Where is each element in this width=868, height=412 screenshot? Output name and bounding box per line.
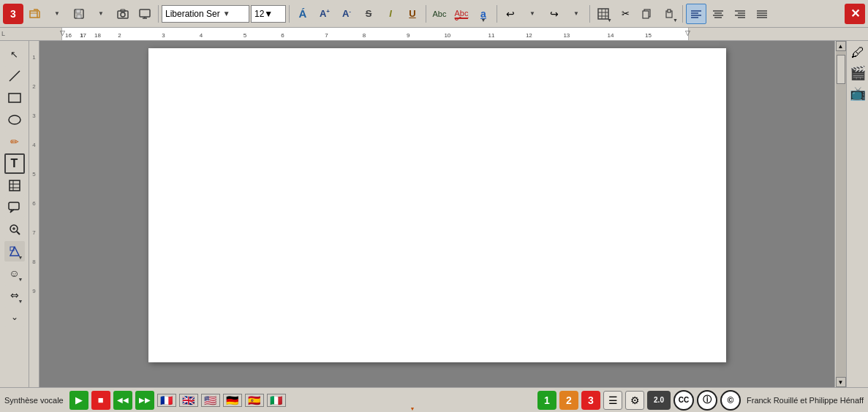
- table-insert-tool[interactable]: [4, 175, 25, 196]
- magnify-tool[interactable]: [4, 219, 25, 240]
- strikethrough-btn[interactable]: S: [358, 4, 379, 24]
- align-center-btn[interactable]: [708, 4, 728, 24]
- scroll-thumb[interactable]: [837, 55, 845, 84]
- panel-properties-btn[interactable]: 🖊: [849, 44, 867, 61]
- scroll-track[interactable]: [836, 51, 846, 377]
- align-left-btn[interactable]: [686, 4, 706, 24]
- font-size-dropdown-arrow: ▼: [264, 9, 273, 19]
- underline-btn[interactable]: U ▼: [402, 4, 423, 24]
- svg-rect-36: [9, 94, 20, 102]
- special-chars-btn[interactable]: Á: [293, 4, 313, 24]
- vertical-ruler: 1 2 3 4 5 6 7 8 9: [29, 41, 39, 387]
- font-size-inc-btn[interactable]: A+: [314, 4, 335, 24]
- redo-dropdown[interactable]: ▼: [566, 4, 586, 24]
- vertical-scrollbar[interactable]: ▲ ▼: [834, 41, 846, 387]
- svg-point-37: [9, 115, 20, 124]
- callout-tool[interactable]: [4, 197, 25, 218]
- svg-rect-16: [643, 11, 649, 18]
- panel-slides-btn[interactable]: 📺: [849, 85, 867, 102]
- svg-line-35: [10, 71, 20, 81]
- play-btn[interactable]: ▶: [69, 391, 88, 410]
- pencil-tool[interactable]: ✏: [4, 131, 25, 152]
- flag-es[interactable]: 🇪🇸: [245, 394, 264, 407]
- ruler-main: ▽ ▽ 1 2 3 4 5 6 7 8 9 10 11 12 13 14 15 …: [39, 28, 831, 40]
- svg-point-5: [121, 12, 125, 17]
- panel-animation-btn[interactable]: 🎬: [849, 64, 867, 82]
- camera-btn[interactable]: [113, 4, 133, 24]
- font-size-select[interactable]: 12 ▼: [251, 5, 286, 23]
- undo-btn[interactable]: ↩: [500, 4, 521, 24]
- sep6: [682, 5, 683, 23]
- copy-badge[interactable]: ©: [720, 390, 741, 411]
- shapes-tool[interactable]: ▼: [4, 241, 25, 262]
- flag-de[interactable]: 🇩🇪: [223, 394, 242, 407]
- align-justify-btn[interactable]: [752, 4, 772, 24]
- flag-fr[interactable]: 🇫🇷: [157, 394, 176, 407]
- svg-rect-18: [668, 9, 671, 12]
- flag-gb[interactable]: 🇬🇧: [179, 394, 198, 407]
- paste-btn[interactable]: ▼: [659, 4, 679, 24]
- sep2: [289, 5, 290, 23]
- rect-tool[interactable]: [4, 88, 25, 108]
- font-name-dropdown-arrow: ▼: [223, 9, 230, 18]
- arrows-tool[interactable]: ⇔ ▼: [4, 285, 25, 305]
- flag-us[interactable]: 🇺🇸: [201, 394, 220, 407]
- emoji-tool[interactable]: ☺ ▼: [4, 263, 25, 283]
- monitor-btn[interactable]: [135, 4, 155, 24]
- svg-rect-3: [77, 15, 81, 18]
- font-size-dec-btn[interactable]: A-: [336, 4, 357, 24]
- line-tool[interactable]: [4, 66, 25, 86]
- badge-1[interactable]: 1: [537, 391, 556, 410]
- svg-rect-7: [140, 9, 150, 17]
- undo-dropdown[interactable]: ▼: [522, 4, 543, 24]
- redo-btn[interactable]: ↪: [544, 4, 565, 24]
- save-btn[interactable]: [69, 4, 89, 24]
- align-right-btn[interactable]: [730, 4, 750, 24]
- ruler-left-pad: L: [0, 28, 39, 40]
- svg-rect-2: [76, 9, 80, 13]
- fwd-btn[interactable]: ▶▶: [135, 391, 154, 410]
- italic-btn[interactable]: I: [380, 4, 401, 24]
- open-dropdown[interactable]: ▼: [47, 4, 67, 24]
- synth-label: Synthèse vocale: [4, 396, 64, 405]
- svg-rect-0: [30, 11, 37, 18]
- sep4: [497, 5, 497, 23]
- badge-3[interactable]: 3: [581, 391, 600, 410]
- save-dropdown[interactable]: ▼: [91, 4, 111, 24]
- cc-badge[interactable]: CC: [673, 390, 694, 411]
- sep5: [589, 5, 590, 23]
- close-btn[interactable]: ✕: [845, 4, 865, 24]
- cut-btn[interactable]: ✂: [615, 4, 635, 24]
- spellcheck-btn[interactable]: Abc: [429, 4, 450, 24]
- ruler-panel-pad: [846, 28, 868, 40]
- back-btn[interactable]: ◀◀: [113, 391, 132, 410]
- main-area: ↖ ✏ T ▼ ☺ ▼: [0, 41, 868, 387]
- ellipse-tool[interactable]: [4, 110, 25, 130]
- ruler-ticks: 1 2 3 4 5 6 7 8 9 10 11 12 13 14 15: [61, 28, 689, 40]
- settings-icon-btn[interactable]: ⚙: [625, 391, 644, 410]
- select-tool[interactable]: ↖: [4, 44, 25, 64]
- doc-viewport[interactable]: [39, 41, 834, 387]
- ruler-right-pad: [831, 28, 846, 40]
- font-name-select[interactable]: Liberation Ser ▼: [162, 5, 249, 23]
- left-toolbar: ↖ ✏ T ▼ ☺ ▼: [0, 41, 29, 387]
- stop-btn[interactable]: ■: [91, 391, 110, 410]
- insert-table-btn[interactable]: ▼: [593, 4, 614, 24]
- scroll-down-btn[interactable]: ▼: [836, 377, 846, 387]
- autocorrect-btn[interactable]: Abc: [451, 4, 472, 24]
- v-ruler-canvas: 1 2 3 4 5 6 7 8 9: [29, 47, 39, 387]
- badge-2[interactable]: 2: [559, 391, 578, 410]
- text-tool[interactable]: T: [4, 153, 25, 174]
- version-badge[interactable]: 2.0: [647, 391, 671, 410]
- app-icon: 3: [3, 4, 23, 24]
- list-icon-btn[interactable]: ☰: [603, 391, 622, 410]
- fontcolor-btn[interactable]: a ▼: [473, 4, 494, 24]
- info-badge[interactable]: ⓘ: [697, 390, 717, 411]
- scroll-up-btn[interactable]: ▲: [836, 41, 846, 51]
- svg-rect-38: [10, 180, 20, 191]
- sep3: [426, 5, 426, 23]
- flag-it[interactable]: 🇮🇹: [267, 394, 286, 407]
- more-tools-btn[interactable]: ⌄: [4, 307, 25, 327]
- open-btn[interactable]: [25, 4, 45, 24]
- copy-btn[interactable]: [637, 4, 657, 24]
